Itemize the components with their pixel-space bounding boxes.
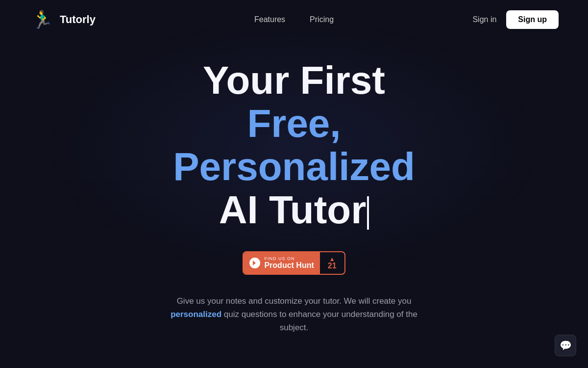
description-after: quiz questions to enhance your understan…: [221, 310, 417, 332]
hero-line-1: Your First: [173, 59, 415, 102]
ph-name-label: Product Hunt: [264, 261, 314, 270]
hero-line-3: Personalized: [173, 145, 415, 188]
ph-text: FIND US ON Product Hunt: [264, 256, 314, 270]
ph-vote-count: 21: [328, 262, 337, 270]
ph-vote-section: ▲ 21: [320, 252, 344, 274]
logo[interactable]: 🏃‍♂️ Tutorly: [29, 7, 96, 32]
brand-name: Tutorly: [60, 13, 96, 26]
nav-features[interactable]: Features: [254, 15, 285, 24]
ph-left-section: FIND US ON Product Hunt: [244, 252, 319, 274]
chat-button[interactable]: 💬: [555, 335, 576, 356]
ph-play-icon: [253, 261, 258, 265]
description-before: Give us your notes and customize your tu…: [177, 296, 412, 306]
hero-line-4: AI Tutor: [173, 188, 415, 232]
hero-section: Your First Free, Personalized AI Tutor F…: [0, 39, 588, 335]
sign-in-button[interactable]: Sign in: [472, 15, 496, 24]
product-hunt-badge[interactable]: FIND US ON Product Hunt ▲ 21: [243, 251, 345, 275]
logo-icon: 🏃‍♂️: [29, 7, 55, 32]
chat-icon: 💬: [560, 340, 572, 351]
hero-line-2: Free,: [173, 102, 415, 145]
description-highlight: personalized: [171, 310, 221, 319]
nav-actions: Sign in Sign up: [472, 10, 559, 29]
nav-pricing[interactable]: Pricing: [310, 15, 334, 24]
navbar: 🏃‍♂️ Tutorly Features Pricing Sign in Si…: [0, 0, 588, 39]
ph-icon: [249, 258, 260, 268]
nav-links: Features Pricing: [254, 15, 334, 24]
ph-find-us-label: FIND US ON: [264, 256, 294, 261]
hero-description: Give us your notes and customize your tu…: [157, 294, 431, 335]
cursor: [367, 196, 369, 230]
sign-up-button[interactable]: Sign up: [506, 10, 559, 29]
hero-title: Your First Free, Personalized AI Tutor: [173, 59, 415, 232]
